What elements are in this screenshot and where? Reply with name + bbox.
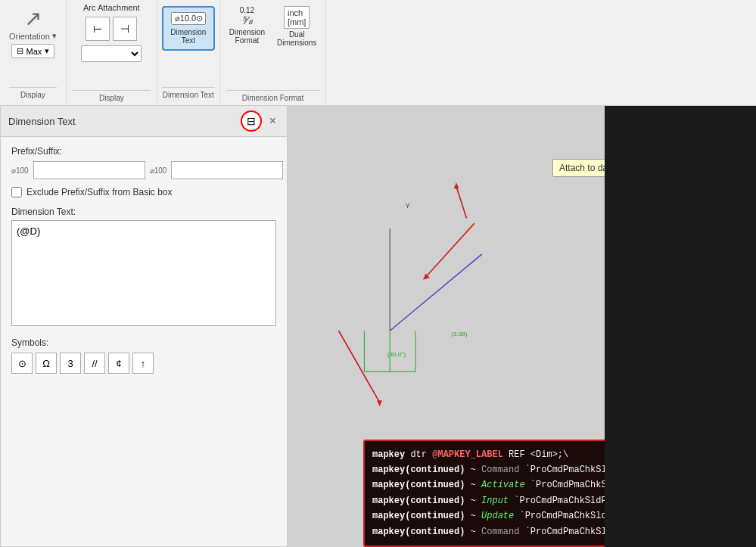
- svg-text:(30.0°): (30.0°): [387, 351, 406, 358]
- dimension-format-section: 0.12 ⁵⁄₈ DimensionFormat inch[mm] DualDi…: [220, 0, 327, 105]
- attach-tooltip: Attach to dashboard: [552, 159, 605, 177]
- dimension-format-item-1[interactable]: 0.12 ⁵⁄₈ DimensionFormat: [226, 3, 268, 50]
- arc-attachment-section: Arc Attachment ⊢ ⊣ Display: [67, 0, 157, 105]
- attach-to-dashboard-button[interactable]: ⊟: [241, 110, 262, 132]
- code-line-5: mapkey(continued) ~ Update `ProCmdPmaChk…: [372, 508, 605, 524]
- arc-title: Arc Attachment: [83, 3, 140, 12]
- symbols-grid: ⊙ Ω 3 // ¢ ↑: [11, 353, 276, 374]
- dim-text-area[interactable]: (@D): [11, 220, 276, 326]
- exclude-checkbox[interactable]: [11, 187, 22, 197]
- dimension-text-panel: Dimension Text ⊟ × Prefix/Suffix: ⌀100 ⌀…: [0, 106, 288, 547]
- svg-line-9: [456, 187, 467, 219]
- dimension-text-section: ⌀10.0⊙ DimensionText Dimension Text: [157, 0, 220, 105]
- symbol-btn-0[interactable]: ⊙: [11, 353, 33, 374]
- arc-btn-1[interactable]: ⊢: [86, 17, 110, 41]
- max-icon: ⊟: [17, 46, 23, 56]
- exclude-checkbox-label: Exclude Prefix/Suffix from Basic box: [26, 187, 173, 197]
- orientation-text: Orientation: [9, 32, 50, 41]
- suffix-icon: ⌀100: [150, 166, 167, 175]
- arc-dropdown[interactable]: [81, 45, 142, 62]
- code-line-3: mapkey(continued) ~ Activate `ProCmdPmaC…: [372, 477, 605, 493]
- max-chevron: ▾: [45, 46, 49, 56]
- prefix-icon: ⌀100: [11, 166, 29, 175]
- code-line-4: mapkey(continued) ~ Input `ProCmdPmaChkS…: [372, 493, 605, 508]
- panel-close-button[interactable]: ×: [266, 114, 279, 128]
- symbol-btn-2[interactable]: 3: [60, 353, 81, 374]
- code-line-2: mapkey(continued) ~ Command `ProCmdPmaCh…: [372, 462, 605, 477]
- dimension-text-btn-label: DimensionText: [170, 28, 206, 45]
- panel-title: Dimension Text: [8, 116, 76, 127]
- exclude-checkbox-row: Exclude Prefix/Suffix from Basic box: [11, 187, 276, 197]
- max-select[interactable]: ⊟ Max ▾: [11, 44, 55, 58]
- svg-marker-12: [377, 400, 382, 406]
- svg-text:Y: Y: [405, 201, 410, 210]
- symbol-btn-5[interactable]: ↑: [132, 353, 154, 374]
- code-block: mapkey dtr @MAPKEY_LABEL REF <Dim>;\ map…: [363, 440, 605, 547]
- svg-line-2: [390, 254, 482, 331]
- symbol-btn-3[interactable]: //: [84, 353, 105, 374]
- svg-text:(3.98): (3.98): [451, 331, 467, 337]
- suffix-input[interactable]: [171, 161, 283, 179]
- svg-marker-14: [423, 274, 430, 280]
- dimension-text-button[interactable]: ⌀10.0⊙ DimensionText: [162, 6, 215, 51]
- panel-header: Dimension Text ⊟ ×: [1, 106, 287, 137]
- panel-controls: ⊟ ×: [241, 110, 279, 132]
- orientation-dropdown-arrow: ▾: [52, 31, 57, 41]
- format-item-2-icon: inch[mm]: [284, 6, 310, 29]
- dimension-format-item-2[interactable]: inch[mm] DualDimensions: [274, 3, 319, 50]
- format-item-1-mid: ⁵⁄₈: [241, 14, 252, 26]
- svg-marker-10: [454, 182, 459, 188]
- format-item-1-top: 0.12: [240, 6, 254, 14]
- display-section-label: Display: [9, 87, 57, 99]
- main-content: Dimension Text ⊟ × Prefix/Suffix: ⌀100 ⌀…: [0, 106, 756, 547]
- arc-section-label: Display: [73, 90, 151, 102]
- dimension-text-section-label: Dimension Text: [162, 87, 215, 99]
- code-line-1: mapkey dtr @MAPKEY_LABEL REF <Dim>;\: [372, 447, 605, 462]
- symbol-btn-4[interactable]: ¢: [108, 353, 129, 374]
- canvas-area: Attach to dashboard Y (30.0°) (3.98): [288, 106, 605, 547]
- dimension-text-icon: ⌀10.0⊙: [171, 12, 206, 25]
- dark-right-area: [605, 106, 756, 547]
- format-item-2-label: DualDimensions: [277, 30, 316, 47]
- symbols-label: Symbols:: [11, 337, 276, 348]
- symbol-btn-1[interactable]: Ω: [36, 353, 57, 374]
- format-item-1-label: DimensionFormat: [229, 28, 265, 45]
- dimension-format-section-label: Dimension Format: [226, 90, 320, 102]
- prefix-suffix-label: Prefix/Suffix:: [11, 146, 276, 157]
- dimension-format-items: 0.12 ⁵⁄₈ DimensionFormat inch[mm] DualDi…: [226, 3, 320, 50]
- orientation-icon: ↗: [24, 6, 42, 31]
- prefix-suffix-row: ⌀100 ⌀100: [11, 161, 276, 179]
- arc-btn-2[interactable]: ⊣: [113, 17, 137, 41]
- svg-line-11: [339, 331, 380, 402]
- orientation-section: ↗ Orientation ▾ ⊟ Max ▾ Display: [0, 0, 67, 105]
- max-label: Max: [26, 47, 42, 56]
- code-line-6: mapkey(continued) ~ Command `ProCmdPmaCh…: [372, 524, 605, 539]
- dim-text-area-label: Dimension Text:: [11, 207, 276, 217]
- arc-controls: ⊢ ⊣: [86, 17, 137, 41]
- svg-line-13: [425, 223, 474, 277]
- ribbon: ↗ Orientation ▾ ⊟ Max ▾ Display Arc Atta…: [0, 0, 756, 106]
- panel-body: Prefix/Suffix: ⌀100 ⌀100 Exclude Prefix/…: [1, 137, 287, 383]
- prefix-input[interactable]: [33, 161, 145, 179]
- orientation-label[interactable]: Orientation ▾: [9, 31, 57, 41]
